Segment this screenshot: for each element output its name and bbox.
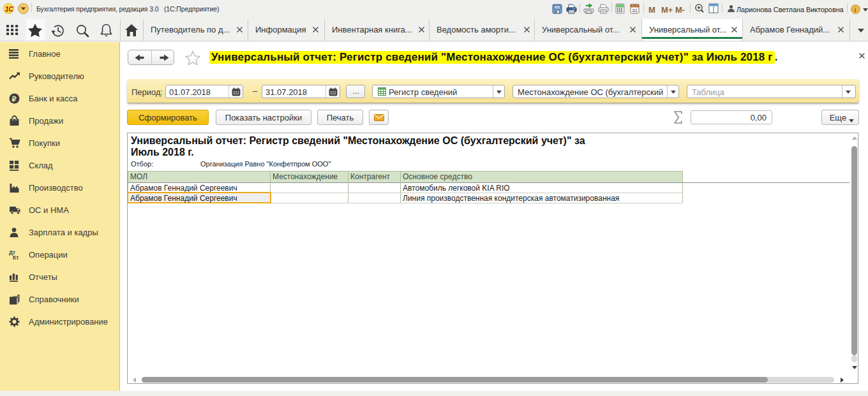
svg-text:1С: 1С xyxy=(5,6,14,13)
svg-text:Кт: Кт xyxy=(13,254,19,260)
svg-text:31: 31 xyxy=(632,8,638,13)
svg-text:i: i xyxy=(855,6,857,13)
svg-text:₽: ₽ xyxy=(12,95,17,103)
